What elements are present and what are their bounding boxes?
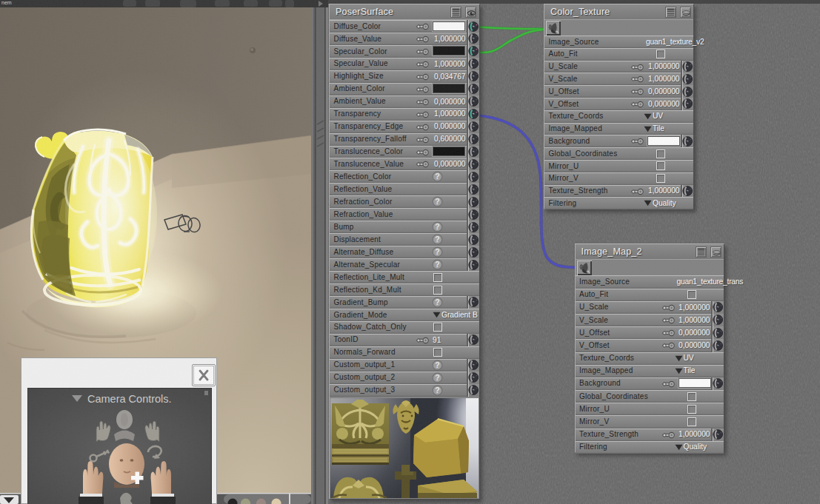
svg-text:?: ? xyxy=(435,197,439,206)
svg-text:?: ? xyxy=(435,235,439,243)
svg-text:Camera Controls.: Camera Controls. xyxy=(87,393,172,405)
svg-text:?: ? xyxy=(435,373,439,382)
svg-text:?: ? xyxy=(435,298,439,306)
svg-text:?: ? xyxy=(435,222,439,231)
svg-text:?: ? xyxy=(435,386,439,394)
svg-text:?: ? xyxy=(435,260,439,269)
svg-text:?: ? xyxy=(435,247,439,256)
svg-text:nem: nem xyxy=(1,0,12,5)
svg-text:?: ? xyxy=(435,172,439,181)
svg-text:?: ? xyxy=(435,360,439,369)
